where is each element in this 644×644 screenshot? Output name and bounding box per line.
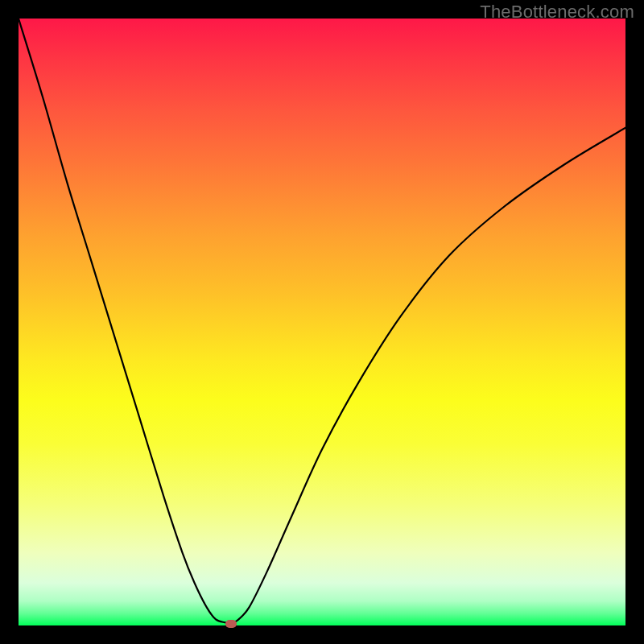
bottleneck-curve [19,19,625,623]
plot-area [19,19,625,625]
minimum-marker [225,620,237,628]
chart-frame: TheBottleneck.com [0,0,644,644]
curve-svg [19,19,625,625]
